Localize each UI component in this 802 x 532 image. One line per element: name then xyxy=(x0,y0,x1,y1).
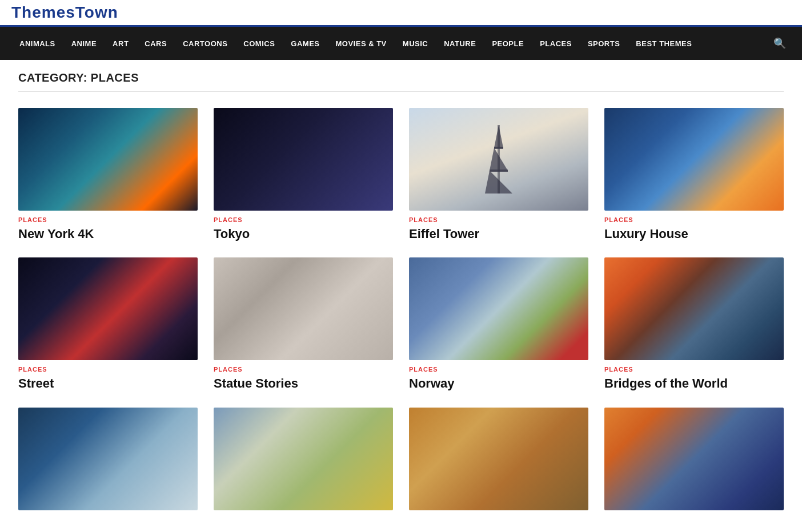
page-content: CATEGORY: PLACES PLACES New York 4K PLAC… xyxy=(7,60,795,532)
nav-item-comics[interactable]: COMICS xyxy=(235,29,283,58)
card-sunset-sky[interactable] xyxy=(604,408,784,516)
nav-item-cars[interactable]: CARS xyxy=(137,29,175,58)
nav-item-anime[interactable]: ANIME xyxy=(63,29,105,58)
card-title-eiffel: Eiffel Tower xyxy=(409,227,588,241)
svg-rect-3 xyxy=(498,125,500,194)
card-tokyo[interactable]: PLACES Tokyo xyxy=(214,108,393,241)
card-title-norway: Norway xyxy=(409,376,588,391)
card-norway[interactable]: PLACES Norway xyxy=(409,257,588,391)
card-bridges[interactable]: PLACES Bridges of the World xyxy=(604,257,784,391)
card-image-new-york xyxy=(18,108,198,211)
card-img-placeholder-tokyo xyxy=(214,108,393,211)
card-img-placeholder-bridges xyxy=(604,257,784,360)
card-image-eiffel xyxy=(409,108,588,211)
card-image-bridges xyxy=(604,257,784,360)
nav-item-sports[interactable]: SPORTS xyxy=(580,29,628,58)
card-img-placeholder-waterfall xyxy=(18,408,198,510)
card-grid-row1: PLACES New York 4K PLACES Tokyo xyxy=(18,108,784,241)
card-img-placeholder-dome xyxy=(214,408,393,510)
card-title-bridges: Bridges of the World xyxy=(604,376,784,391)
card-image-dome xyxy=(214,408,393,510)
card-category-tokyo: PLACES xyxy=(214,216,393,223)
card-grid-row3 xyxy=(18,408,784,516)
site-header: ThemesTown xyxy=(0,0,802,27)
card-grid-row2: PLACES Street PLACES Statue Stories PLAC… xyxy=(18,257,784,391)
nav-item-music[interactable]: MUSIC xyxy=(395,29,436,58)
card-title-tokyo: Tokyo xyxy=(214,227,393,241)
card-category-luxury: PLACES xyxy=(604,216,784,223)
card-waterfall[interactable] xyxy=(18,408,198,516)
nav-item-people[interactable]: PEOPLE xyxy=(484,29,532,58)
nav-item-best-themes[interactable]: BEST THEMES xyxy=(628,29,700,58)
card-statue[interactable]: PLACES Statue Stories xyxy=(214,257,393,391)
card-image-tokyo xyxy=(214,108,393,211)
nav-item-animals[interactable]: ANIMALS xyxy=(11,29,63,58)
card-img-placeholder-sunset xyxy=(604,408,784,510)
card-img-placeholder-city xyxy=(409,408,588,510)
card-image-norway xyxy=(409,257,588,360)
nav-item-places[interactable]: PLACES xyxy=(532,29,580,58)
category-heading: CATEGORY: PLACES xyxy=(18,71,784,92)
card-category-new-york: PLACES xyxy=(18,216,198,223)
nav-item-nature[interactable]: NATURE xyxy=(436,29,484,58)
card-img-placeholder-statue xyxy=(214,257,393,360)
nav-item-art[interactable]: ART xyxy=(105,29,137,58)
card-img-placeholder-norway xyxy=(409,257,588,360)
card-new-york[interactable]: PLACES New York 4K xyxy=(18,108,198,241)
nav-item-movies-tv[interactable]: MOVIES & TV xyxy=(328,29,395,58)
nav-item-games[interactable]: GAMES xyxy=(283,29,327,58)
card-image-street xyxy=(18,257,198,360)
card-category-bridges: PLACES xyxy=(604,366,784,373)
svg-rect-4 xyxy=(490,170,508,172)
card-category-street: PLACES xyxy=(18,366,198,373)
card-img-placeholder-luxury xyxy=(604,108,784,211)
card-img-placeholder-ny xyxy=(18,108,198,211)
card-image-statue xyxy=(214,257,393,360)
card-image-waterfall xyxy=(18,408,198,510)
card-street[interactable]: PLACES Street xyxy=(18,257,198,391)
card-image-sunset-sky xyxy=(604,408,784,510)
card-category-eiffel: PLACES xyxy=(409,216,588,223)
card-category-norway: PLACES xyxy=(409,366,588,373)
search-icon[interactable]: 🔍 xyxy=(769,27,791,60)
card-img-placeholder-street xyxy=(18,257,198,360)
card-title-luxury: Luxury House xyxy=(604,227,784,241)
card-dome[interactable] xyxy=(214,408,393,516)
card-city-panorama[interactable] xyxy=(409,408,588,516)
card-title-statue: Statue Stories xyxy=(214,376,393,391)
svg-rect-5 xyxy=(494,147,503,149)
card-title-street: Street xyxy=(18,376,198,391)
nav-item-cartoons[interactable]: CARTOONS xyxy=(175,29,235,58)
card-category-statue: PLACES xyxy=(214,366,393,373)
site-logo[interactable]: ThemesTown xyxy=(11,3,118,25)
card-image-luxury xyxy=(604,108,784,211)
card-image-city-panorama xyxy=(409,408,588,510)
card-img-placeholder-eiffel xyxy=(409,108,588,211)
card-eiffel[interactable]: PLACES Eiffel Tower xyxy=(409,108,588,241)
card-title-new-york: New York 4K xyxy=(18,227,198,241)
card-luxury[interactable]: PLACES Luxury House xyxy=(604,108,784,241)
main-nav: ANIMALS ANIME ART CARS CARTOONS COMICS G… xyxy=(0,27,802,60)
